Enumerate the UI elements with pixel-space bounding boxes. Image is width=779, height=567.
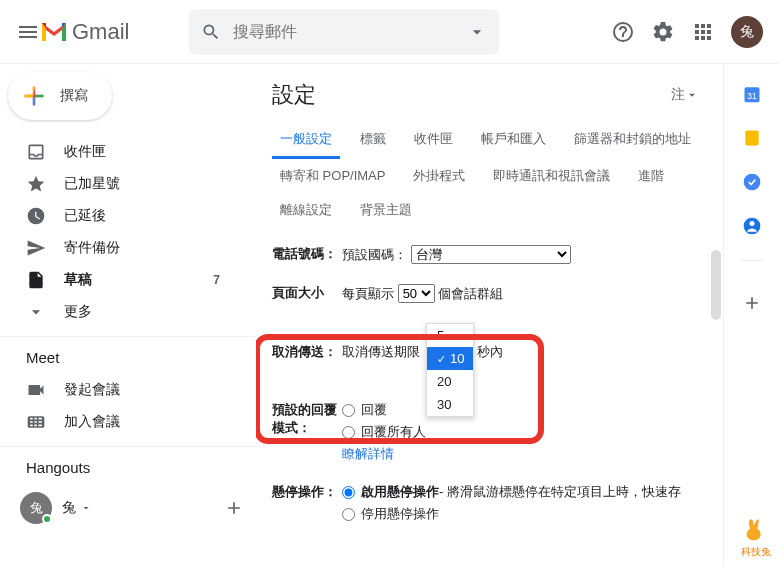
radio-reply-all[interactable] [342, 426, 355, 439]
tab-themes[interactable]: 背景主題 [352, 193, 420, 227]
search-icon [201, 22, 221, 42]
plus-icon [20, 82, 48, 110]
input-tool-dropdown[interactable]: 注 [671, 86, 699, 104]
setting-undo-send: 取消傳送： 取消傳送期限 秒內 5 10 20 30 [272, 313, 723, 371]
radio-hover-disable[interactable] [342, 508, 355, 521]
tab-filters[interactable]: 篩選器和封鎖的地址 [566, 122, 699, 159]
plus-icon[interactable] [224, 498, 244, 518]
search-box[interactable] [189, 9, 499, 55]
nav-snoozed[interactable]: 已延後 [0, 200, 240, 232]
tab-addons[interactable]: 外掛程式 [405, 159, 473, 193]
undo-option-30[interactable]: 30 [427, 393, 473, 416]
setting-default-reply: 預設的回覆模式： 回覆 回覆所有人 瞭解詳情 [272, 371, 723, 473]
chevron-down-icon[interactable] [80, 502, 92, 514]
pagesize-select[interactable]: 50 [398, 284, 435, 303]
tasks-icon[interactable] [742, 172, 762, 192]
search-input[interactable] [233, 23, 467, 41]
setting-phone: 電話號碼： 預設國碼： 台灣 [272, 235, 723, 274]
keep-icon[interactable] [742, 128, 762, 148]
meet-start[interactable]: 發起會議 [0, 374, 240, 406]
undo-send-dropdown[interactable]: 5 10 20 30 [426, 323, 474, 417]
keyboard-icon [26, 412, 46, 432]
country-code-select[interactable]: 台灣 [411, 245, 571, 264]
tab-advanced[interactable]: 進階 [630, 159, 672, 193]
status-online-dot [42, 514, 52, 524]
star-icon [26, 174, 46, 194]
meet-section-title: Meet [0, 336, 256, 374]
svg-point-5 [749, 221, 754, 226]
settings-panel: 設定 注 一般設定 標籤 收件匣 帳戶和匯入 篩選器和封鎖的地址 轉寄和 POP… [256, 64, 723, 567]
tab-inbox[interactable]: 收件匣 [406, 122, 461, 159]
gmail-logo[interactable]: Gmail [40, 19, 129, 45]
undo-option-10[interactable]: 10 [427, 347, 473, 370]
contacts-icon[interactable] [742, 216, 762, 236]
nav-starred[interactable]: 已加星號 [0, 168, 240, 200]
tab-accounts[interactable]: 帳戶和匯入 [473, 122, 554, 159]
setting-pagesize: 頁面大小 每頁顯示 50 個會話群組 [272, 274, 723, 313]
learn-more-link[interactable]: 瞭解詳情 [342, 446, 394, 461]
tab-chat[interactable]: 即時通訊和視訊會議 [485, 159, 618, 193]
settings-tabs: 一般設定 標籤 收件匣 帳戶和匯入 篩選器和封鎖的地址 轉寄和 POP/IMAP… [272, 122, 723, 227]
nav-drafts[interactable]: 草稿 7 [0, 264, 240, 296]
svg-text:31: 31 [747, 91, 757, 101]
tab-general[interactable]: 一般設定 [272, 122, 340, 159]
sidebar: 撰寫 收件匣 已加星號 已延後 寄件備份 草稿 7 更多 Meet [0, 64, 256, 567]
hangouts-avatar: 兔 [20, 492, 52, 524]
compose-label: 撰寫 [60, 87, 88, 105]
hangouts-section-title: Hangouts [0, 446, 256, 484]
account-avatar[interactable]: 兔 [731, 16, 763, 48]
nav-sent[interactable]: 寄件備份 [0, 232, 240, 264]
radio-hover-enable[interactable] [342, 486, 355, 499]
meet-join[interactable]: 加入會議 [0, 406, 240, 438]
search-options-icon[interactable] [467, 22, 487, 42]
hangouts-user-row[interactable]: 兔 兔 [0, 484, 256, 532]
svg-rect-2 [745, 131, 758, 146]
drafts-icon [26, 270, 46, 290]
tab-offline[interactable]: 離線設定 [272, 193, 340, 227]
radio-reply[interactable] [342, 404, 355, 417]
svg-point-3 [743, 174, 760, 191]
addons-plus-icon[interactable] [742, 293, 762, 313]
inbox-icon [26, 142, 46, 162]
menu-icon[interactable] [16, 20, 40, 44]
watermark-logo: 科技兔 [741, 517, 771, 559]
clock-icon [26, 206, 46, 226]
chevron-down-icon [26, 302, 46, 322]
calendar-icon[interactable]: 31 [742, 84, 762, 104]
tab-forward[interactable]: 轉寄和 POP/IMAP [272, 159, 393, 193]
help-icon[interactable] [611, 20, 635, 44]
undo-option-5[interactable]: 5 [427, 324, 473, 347]
nav-more[interactable]: 更多 [0, 296, 240, 328]
undo-option-20[interactable]: 20 [427, 370, 473, 393]
send-icon [26, 238, 46, 258]
tab-labels[interactable]: 標籤 [352, 122, 394, 159]
apps-grid-icon[interactable] [691, 20, 715, 44]
video-icon [26, 380, 46, 400]
scrollbar-thumb[interactable] [711, 250, 721, 320]
nav-inbox[interactable]: 收件匣 [0, 136, 240, 168]
compose-button[interactable]: 撰寫 [8, 72, 112, 120]
setting-hover-actions: 懸停操作： 啟用懸停操作 - 將滑鼠游標懸停在特定項目上時，快速存 停用懸停操作 [272, 473, 723, 537]
side-panel: 31 [723, 64, 779, 567]
settings-title: 設定 [272, 80, 316, 110]
brand-text: Gmail [72, 19, 129, 45]
settings-gear-icon[interactable] [651, 20, 675, 44]
